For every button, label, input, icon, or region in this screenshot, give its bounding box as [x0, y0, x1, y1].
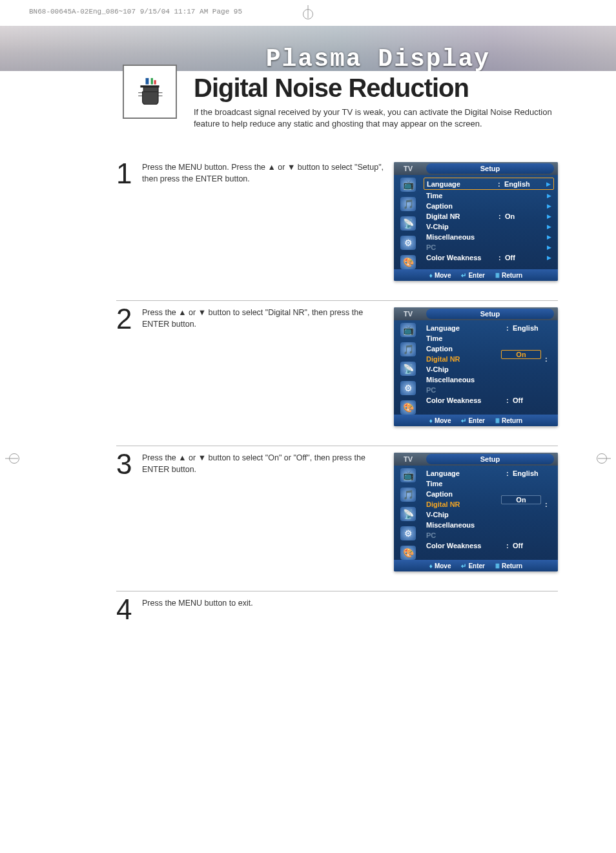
osd-icon: 📡 — [400, 362, 416, 376]
step-text: Press the ▲ or ▼ button to select "On" o… — [142, 453, 394, 475]
footer-move: Move — [435, 417, 451, 424]
chevron-right-icon: ▶ — [544, 203, 551, 209]
print-header: BN68-00645A-02Eng_086~107 9/15/04 11:17 … — [29, 8, 242, 15]
chevron-right-icon: ▶ — [544, 254, 551, 261]
osd-row-pc[interactable]: PC — [424, 385, 554, 395]
osd-row-time[interactable]: Time — [424, 478, 554, 488]
osd-row-misc[interactable]: Miscellaneous▶ — [424, 232, 554, 242]
osd-row-color-weakness[interactable]: Color Weakness:Off — [424, 395, 554, 405]
return-icon: Ⅲ — [495, 417, 500, 424]
osd-label: Miscellaneous — [426, 521, 551, 529]
osd-row-language[interactable]: Language:English — [424, 468, 554, 478]
osd-label: Time — [426, 480, 551, 488]
osd-row-vchip[interactable]: V-Chip — [424, 364, 554, 374]
chevron-right-icon: ▶ — [544, 244, 551, 251]
osd-label: PC — [426, 386, 551, 394]
return-icon: Ⅲ — [495, 562, 500, 570]
osd-icon: ⚙ — [400, 526, 416, 540]
osd-value: Off — [513, 542, 551, 550]
osd-row-pc[interactable]: PC — [424, 530, 554, 540]
osd-row-vchip[interactable]: V-Chip▶ — [424, 221, 554, 231]
osd-icon: 🎨 — [400, 400, 416, 415]
osd-row-language[interactable]: Language:English — [424, 323, 554, 333]
enter-icon: ↵ — [461, 272, 466, 279]
osd-icon: 📺 — [400, 468, 416, 482]
osd-sidebar-icons: 📺 🎵 📡 ⚙ 🎨 — [394, 320, 422, 415]
osd-sidebar-icons: 📺 🎵 📡 ⚙ 🎨 — [394, 175, 422, 269]
osd-label: Color Weakness — [426, 396, 506, 404]
step-text: Press the MENU button to exit. — [142, 598, 558, 610]
osd-row-color-weakness[interactable]: Color Weakness:Off — [424, 540, 554, 550]
footer-move: Move — [435, 562, 451, 570]
step-text: Press the MENU button. Press the ▲ or ▼ … — [142, 162, 394, 185]
osd-tv-label: TV — [394, 455, 422, 463]
osd-row-misc[interactable]: Miscellaneous — [424, 520, 554, 529]
chevron-right-icon: ▶ — [544, 223, 551, 230]
osd-row-pc[interactable]: PC▶ — [424, 242, 554, 252]
osd-value: English — [513, 469, 551, 477]
step-number: 2 — [116, 305, 137, 333]
footer-enter: Enter — [468, 272, 485, 279]
chevron-right-icon: ▶ — [544, 213, 551, 220]
osd-icon: 📡 — [400, 216, 416, 231]
option-on[interactable]: On — [501, 495, 541, 504]
osd-label: Language — [426, 324, 506, 332]
osd-label: V-Chip — [426, 365, 551, 373]
updown-icon: ♦ — [429, 417, 433, 424]
step-number: 3 — [116, 450, 137, 478]
osd-icon: 📡 — [400, 507, 416, 521]
enter-icon: ↵ — [461, 417, 466, 424]
osd-row-caption[interactable]: Caption▶ — [424, 201, 554, 211]
osd-row-color-weakness[interactable]: Color Weakness:Off▶ — [424, 252, 554, 262]
osd-footer: ♦Move ↵Enter ⅢReturn — [394, 269, 558, 281]
intro-text: If the broadcast signal received by your… — [194, 107, 555, 130]
osd-label: V-Chip — [426, 223, 544, 231]
footer-return: Return — [502, 417, 522, 424]
osd-row-language[interactable]: Language : English ▶ — [424, 178, 554, 190]
step-number: 1 — [116, 159, 137, 188]
osd-icon: ⚙ — [400, 236, 416, 250]
footer-enter: Enter — [468, 417, 485, 424]
osd-row-vchip[interactable]: V-Chip — [424, 509, 554, 519]
osd-label: V-Chip — [426, 511, 551, 519]
osd-icon: ⚙ — [400, 381, 416, 395]
osd-footer: ♦Move ↵Enter ⅢReturn — [394, 415, 558, 426]
chevron-right-icon: ▶ — [543, 181, 551, 187]
footer-move: Move — [435, 272, 451, 279]
osd-value: Off — [513, 396, 551, 404]
osd-title: Setup — [426, 309, 554, 319]
osd-icon: 🎵 — [400, 488, 416, 502]
osd-row-time[interactable]: Time▶ — [424, 190, 554, 200]
osd-row-time[interactable]: Time — [424, 333, 554, 343]
osd-value: Off — [505, 254, 544, 262]
option-on[interactable]: On — [501, 350, 541, 359]
hand-icon — [123, 65, 177, 119]
osd-value: English — [504, 180, 543, 188]
osd-panel-3: TV Setup 📺 🎵 📡 ⚙ 🎨 Language:English Time… — [394, 453, 558, 571]
osd-label: Digital NR — [426, 212, 498, 220]
osd-footer: ♦Move ↵Enter ⅢReturn — [394, 560, 558, 571]
osd-label: Time — [426, 192, 544, 200]
osd-label: Color Weakness — [426, 254, 498, 262]
enter-icon: ↵ — [461, 562, 466, 570]
chevron-right-icon: ▶ — [544, 234, 551, 240]
osd-panel-1: TV Setup 📺 🎵 📡 ⚙ 🎨 Language : English — [394, 162, 558, 281]
page-title: Digital Noise Reduction — [194, 74, 616, 103]
svg-rect-0 — [146, 78, 149, 85]
footer-enter: Enter — [468, 562, 485, 570]
steps-container: 1 Press the MENU button. Press the ▲ or … — [0, 156, 616, 643]
updown-icon: ♦ — [429, 562, 433, 570]
osd-row-misc[interactable]: Miscellaneous — [424, 375, 554, 384]
osd-row-digital-nr[interactable]: Digital NR:On▶ — [424, 211, 554, 221]
osd-label: Color Weakness — [426, 542, 506, 550]
osd-title: Setup — [426, 454, 554, 464]
osd-icon: 🎵 — [400, 342, 416, 356]
footer-return: Return — [502, 562, 522, 570]
osd-icon: 🎨 — [400, 255, 416, 269]
osd-label: PC — [426, 243, 544, 251]
chevron-right-icon: ▶ — [544, 192, 551, 199]
step-number: 4 — [116, 595, 137, 624]
osd-label: Miscellaneous — [426, 233, 544, 241]
plasma-display-label: Plasma Display — [266, 45, 490, 71]
osd-label: Language — [426, 469, 506, 477]
